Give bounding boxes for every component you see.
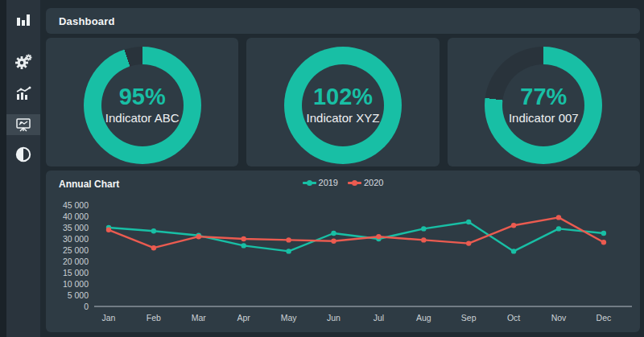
y-axis-tick-label: 5 000 [68,290,89,300]
y-axis-tick-label: 0 [84,302,89,311]
annual-line-chart: 05 00010 00015 00020 00025 00030 00035 0… [46,171,640,332]
x-axis-month-label: Jun [327,313,341,323]
legend-label: 2019 [319,178,338,187]
data-point-2019-Aug [421,226,426,231]
legend-item-2019[interactable]: 2019 [303,178,338,187]
data-point-2019-May [286,249,291,253]
donut-chart-007: 77% Indicator 007 [485,47,602,164]
data-point-2019-Oct [511,249,516,253]
data-point-2019-Jun [331,231,336,236]
kpi-value: 95% [119,84,166,109]
sidebar-item-settings[interactable] [6,51,40,72]
sidebar-item-analytics[interactable] [6,83,40,104]
donut-center: 102% Indicator XYZ [284,47,402,164]
sidebar [0,0,40,337]
legend-marker-2019 [303,182,316,184]
sidebar-item-contrast[interactable] [6,144,40,165]
y-axis-tick-label: 30 000 [63,234,89,244]
x-axis-month-label: Oct [507,313,520,323]
y-axis-tick-label: 25 000 [63,245,89,255]
data-point-2020-Apr [242,236,246,241]
data-point-2020-Dec [601,240,606,245]
sidebar-body [6,0,40,337]
sidebar-edge-strip [0,0,6,337]
y-axis-tick-label: 45 000 [63,200,89,210]
donut-center: 95% Indicator ABC [84,47,201,164]
y-axis-tick-label: 20 000 [63,257,89,266]
kpi-value: 102% [313,84,373,109]
y-axis-tick-label: 40 000 [63,212,89,221]
page-title: Dashboard [46,15,115,27]
y-axis-tick-label: 15 000 [63,268,89,277]
data-point-2020-Jan [106,228,111,232]
legend-marker-2020 [348,182,361,184]
donut-chart-abc: 95% Indicator ABC [84,47,201,164]
analytics-chart-icon [14,85,32,101]
x-axis-month-label: Jul [374,313,384,323]
legend-label: 2020 [364,178,383,187]
data-point-2020-Nov [556,215,561,220]
data-point-2020-Sep [466,240,471,245]
data-point-2019-Sep [466,220,471,224]
data-point-2020-Feb [151,245,156,250]
x-axis-month-label: Aug [416,313,431,323]
x-axis-month-label: May [281,313,298,323]
app-logo [6,8,40,32]
x-axis-month-label: Feb [147,313,161,323]
data-point-2019-Nov [556,226,561,231]
x-axis-month-label: Jan [102,313,116,323]
data-point-2019-Apr [242,243,246,248]
data-point-2020-Jul [376,234,381,239]
data-point-2020-May [286,237,291,242]
chart-legend: 2019 2020 [46,178,640,187]
data-point-2019-Feb [151,228,156,233]
x-axis-month-label: Sep [461,313,477,323]
kpi-value: 77% [520,84,567,109]
data-point-2020-Mar [196,234,201,239]
series-line-2019 [109,222,604,251]
data-point-2019-Dec [601,231,606,236]
x-axis-month-label: Apr [237,313,251,323]
data-point-2020-Jun [331,239,336,244]
kpi-card-indicator-abc: 95% Indicator ABC [46,38,238,166]
kpi-card-indicator-xyz: 102% Indicator XYZ [246,38,439,166]
y-axis-tick-label: 10 000 [63,279,89,289]
donut-chart-xyz: 102% Indicator XYZ [284,47,402,164]
app-root: Dashboard 95% Indicator ABC 102% Indicat… [0,0,644,337]
presentation-screen-icon [14,117,32,133]
data-point-2020-Aug [421,237,426,242]
page-header: Dashboard [46,8,640,34]
kpi-label: Indicator ABC [105,109,180,126]
kpi-label: Indicator XYZ [307,109,380,126]
kpi-card-indicator-007: 77% Indicator 007 [448,38,640,166]
data-point-2020-Oct [511,223,516,228]
kpi-cards-row: 95% Indicator ABC 102% Indicator XYZ 77%… [46,38,640,166]
x-axis-month-label: Nov [551,313,567,323]
annual-chart-panel: 05 00010 00015 00020 00025 00030 00035 0… [46,171,640,332]
kpi-label: Indicator 007 [509,109,579,126]
bar-chart-logo-icon [14,12,32,28]
contrast-icon [14,146,32,163]
legend-item-2020[interactable]: 2020 [348,178,383,187]
sidebar-item-dashboard[interactable] [6,114,40,135]
y-axis-tick-label: 35 000 [63,223,89,232]
donut-center: 77% Indicator 007 [485,47,602,164]
x-axis-month-label: Mar [192,313,207,323]
gears-icon [14,54,32,70]
x-axis-month-label: Dec [597,313,612,323]
